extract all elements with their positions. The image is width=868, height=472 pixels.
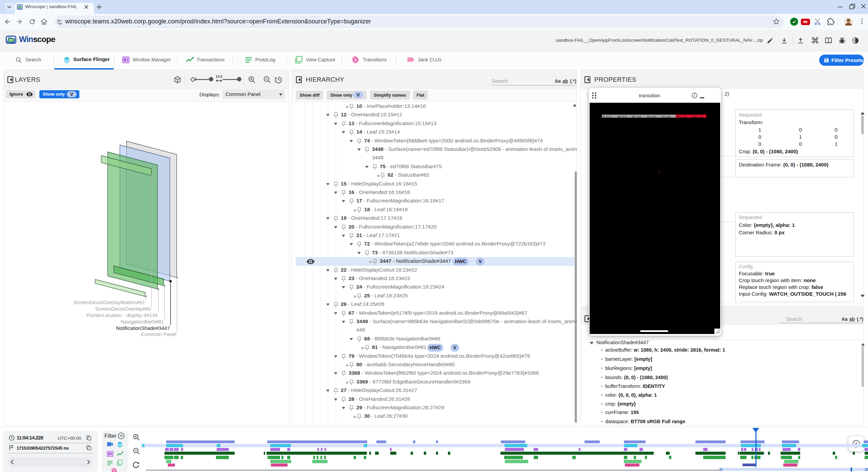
svg-text:NavigationBar0#81: NavigationBar0#81 <box>120 319 164 324</box>
svg-text:NotificationShade#3447: NotificationShade#3447 <box>116 325 170 331</box>
svg-text:Common Panel: Common Panel <box>141 331 176 337</box>
svg-text:ScreenDecorOverlayBottom#61: ScreenDecorOverlayBottom#61 <box>73 299 145 305</box>
svg-text:PointerLocation - display 0#13: PointerLocation - display 0#134 <box>86 312 158 318</box>
svg-text:ScreenDecorOverlay#60: ScreenDecorOverlay#60 <box>95 306 151 312</box>
